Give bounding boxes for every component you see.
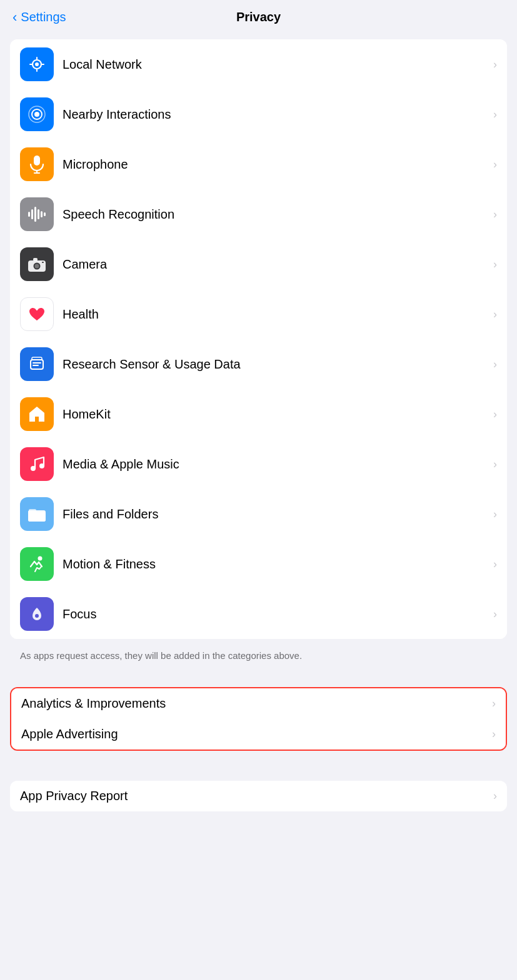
microphone-icon xyxy=(20,147,54,181)
chevron-right-icon: › xyxy=(493,508,497,521)
research-label: Research Sensor & Usage Data xyxy=(63,357,488,372)
header: ‹ Settings Privacy xyxy=(0,0,517,34)
chevron-right-icon: › xyxy=(493,789,497,803)
list-item-health[interactable]: Health › xyxy=(10,289,507,339)
list-item-app-privacy-report[interactable]: App Privacy Report › xyxy=(10,781,507,811)
camera-label: Camera xyxy=(63,257,488,272)
speech-recognition-label: Speech Recognition xyxy=(63,207,488,222)
back-label: Settings xyxy=(21,10,66,24)
research-icon xyxy=(20,347,54,381)
svg-point-28 xyxy=(39,463,44,468)
list-item-camera[interactable]: Camera › xyxy=(10,239,507,289)
speech-recognition-icon xyxy=(20,197,54,231)
footer-note: As apps request access, they will be add… xyxy=(0,644,517,672)
homekit-label: HomeKit xyxy=(63,407,488,422)
list-item-analytics[interactable]: Analytics & Improvements › xyxy=(11,688,506,719)
chevron-right-icon: › xyxy=(493,258,497,271)
nearby-interactions-label: Nearby Interactions xyxy=(63,107,488,122)
camera-icon xyxy=(20,247,54,281)
chevron-right-icon: › xyxy=(492,728,496,741)
health-icon xyxy=(20,297,54,331)
svg-rect-17 xyxy=(44,212,46,216)
svg-rect-30 xyxy=(29,509,36,512)
files-folders-label: Files and Folders xyxy=(63,507,488,522)
list-item-files-folders[interactable]: Files and Folders › xyxy=(10,489,507,539)
list-item-speech-recognition[interactable]: Speech Recognition › xyxy=(10,189,507,239)
page-title: Privacy xyxy=(236,10,281,24)
back-button[interactable]: ‹ Settings xyxy=(13,9,66,26)
analytics-section: Analytics & Improvements › Apple Adverti… xyxy=(10,687,507,751)
chevron-right-icon: › xyxy=(493,208,497,221)
svg-point-21 xyxy=(35,264,39,269)
list-item-motion-fitness[interactable]: Motion & Fitness › xyxy=(10,539,507,589)
analytics-label: Analytics & Improvements xyxy=(21,696,487,711)
list-item-apple-advertising[interactable]: Apple Advertising › xyxy=(11,719,506,750)
list-item-local-network[interactable]: Local Network › xyxy=(10,39,507,89)
chevron-right-icon: › xyxy=(493,308,497,321)
homekit-icon xyxy=(20,397,54,431)
list-item-research[interactable]: Research Sensor & Usage Data › xyxy=(10,339,507,389)
music-icon xyxy=(20,447,54,481)
apple-advertising-label: Apple Advertising xyxy=(21,727,487,741)
local-network-icon xyxy=(20,47,54,81)
list-item-focus[interactable]: Focus › xyxy=(10,589,507,639)
svg-rect-14 xyxy=(34,207,36,222)
svg-point-27 xyxy=(31,466,36,471)
privacy-list-section: Local Network › Nearby Interactions › Mi… xyxy=(10,39,507,639)
svg-rect-13 xyxy=(31,209,33,219)
microphone-label: Microphone xyxy=(63,157,488,172)
list-item-media-music[interactable]: Media & Apple Music › xyxy=(10,439,507,489)
motion-fitness-label: Motion & Fitness xyxy=(63,557,488,572)
chevron-right-icon: › xyxy=(493,58,497,71)
svg-point-31 xyxy=(38,557,43,561)
chevron-right-icon: › xyxy=(492,697,496,710)
svg-rect-22 xyxy=(33,258,38,261)
svg-rect-12 xyxy=(28,212,30,217)
list-item-homekit[interactable]: HomeKit › xyxy=(10,389,507,439)
nearby-interactions-icon xyxy=(20,97,54,131)
chevron-right-icon: › xyxy=(493,558,497,571)
chevron-right-icon: › xyxy=(493,158,497,171)
health-label: Health xyxy=(63,307,488,322)
svg-rect-15 xyxy=(38,209,39,219)
fitness-icon xyxy=(20,547,54,581)
svg-point-32 xyxy=(35,614,39,618)
chevron-right-icon: › xyxy=(493,358,497,371)
back-chevron-icon: ‹ xyxy=(13,9,17,26)
chevron-right-icon: › xyxy=(493,608,497,621)
media-music-label: Media & Apple Music xyxy=(63,457,488,472)
chevron-right-icon: › xyxy=(493,108,497,121)
svg-rect-23 xyxy=(42,262,44,263)
list-item-nearby-interactions[interactable]: Nearby Interactions › xyxy=(10,89,507,139)
app-privacy-report-label: App Privacy Report xyxy=(20,789,488,803)
local-network-label: Local Network xyxy=(63,57,488,72)
chevron-right-icon: › xyxy=(493,458,497,471)
svg-rect-9 xyxy=(34,156,40,166)
app-privacy-section: App Privacy Report › xyxy=(10,781,507,811)
chevron-right-icon: › xyxy=(493,408,497,421)
files-icon xyxy=(20,497,54,531)
svg-rect-24 xyxy=(31,360,43,369)
svg-point-6 xyxy=(34,112,39,117)
svg-point-1 xyxy=(35,62,39,66)
focus-icon xyxy=(20,597,54,631)
focus-label: Focus xyxy=(63,607,488,621)
svg-rect-16 xyxy=(41,211,43,217)
list-item-microphone[interactable]: Microphone › xyxy=(10,139,507,189)
